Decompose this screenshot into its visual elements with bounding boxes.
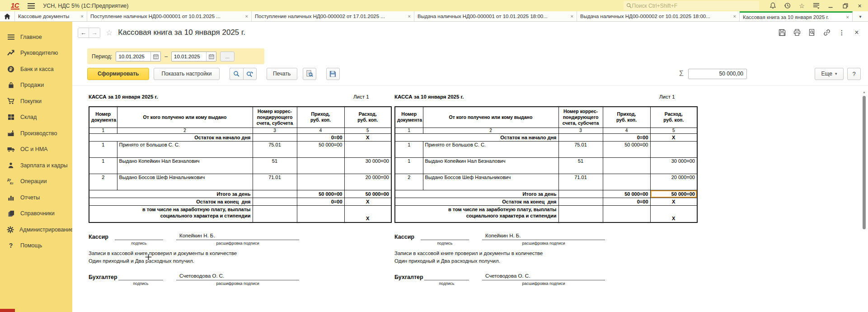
- opening-expense-cell[interactable]: X: [650, 133, 697, 141]
- empty-cell[interactable]: [558, 205, 603, 222]
- link-icon[interactable]: [823, 28, 831, 37]
- daily-total-label[interactable]: Итого за день: [395, 190, 558, 198]
- including-salary-label[interactable]: в том числе на заработную плату, выплаты…: [395, 205, 558, 222]
- doc-expense-cell[interactable]: 20 000=00: [344, 174, 391, 190]
- sidebar-item-fixed-assets[interactable]: ОС и НМА: [0, 142, 72, 158]
- main-menu-icon[interactable]: [28, 3, 35, 9]
- col-num-cell[interactable]: 2: [117, 128, 253, 133]
- scroll-up-arrow[interactable]: ▲: [862, 90, 866, 94]
- sum-total-field[interactable]: [688, 69, 747, 79]
- tab-cash-receipt-2[interactable]: Поступление наличных НД00-000002 от 17.0…: [252, 11, 414, 21]
- find-next-button[interactable]: [243, 68, 257, 80]
- doc-description-cell[interactable]: Принято от Большов С. С.: [117, 141, 253, 157]
- col-num-cell[interactable]: 5: [344, 128, 391, 133]
- tab-close-icon[interactable]: ×: [846, 14, 849, 20]
- closing-balance-label[interactable]: Остаток на конец дня: [395, 198, 558, 205]
- sidebar-item-bank-cash[interactable]: ₽ Банк и касса: [0, 61, 72, 77]
- generate-button[interactable]: Сформировать: [87, 68, 149, 80]
- doc-account-cell[interactable]: 51: [558, 157, 603, 174]
- doc-description-cell[interactable]: Выдано Боссов Шеф Начальникович: [117, 174, 253, 190]
- col-num-cell[interactable]: 1: [89, 128, 117, 133]
- closing-balance-label[interactable]: Остаток на конец дня: [89, 198, 253, 205]
- history-icon[interactable]: [784, 2, 791, 9]
- col-num-cell[interactable]: 4: [603, 128, 650, 133]
- report-scrollbar[interactable]: ▲: [862, 90, 866, 310]
- favorite-star-icon[interactable]: ☆: [106, 28, 113, 38]
- col-num-cell[interactable]: 4: [297, 128, 344, 133]
- date-to-input[interactable]: [172, 54, 206, 59]
- doc-expense-cell[interactable]: [650, 141, 697, 157]
- tab-close-icon[interactable]: ×: [245, 14, 248, 19]
- restore-icon[interactable]: [841, 2, 849, 9]
- opening-balance-label[interactable]: Остаток на начало дня: [395, 133, 558, 141]
- more-button[interactable]: Еще ▾: [815, 68, 844, 80]
- back-button[interactable]: ←: [78, 28, 89, 38]
- scrollbar-thumb[interactable]: [863, 96, 866, 229]
- tab-cash-issue-1[interactable]: Выдача наличных НД00-000001 от 10.01.202…: [414, 11, 577, 21]
- empty-cell[interactable]: [558, 198, 603, 205]
- total-rashod-cell[interactable]: 50 000=00: [344, 190, 391, 198]
- closing-income-cell[interactable]: 0=00: [603, 198, 650, 205]
- show-settings-button[interactable]: Показать настройки: [154, 68, 219, 80]
- doc-account-cell[interactable]: 71.01: [558, 174, 603, 190]
- daily-total-label[interactable]: Итого за день: [89, 190, 253, 198]
- period-options-button[interactable]: ...: [220, 52, 235, 61]
- tab-close-icon[interactable]: ×: [571, 14, 573, 19]
- opening-income-cell[interactable]: 0=00: [603, 133, 650, 141]
- opening-balance-label[interactable]: Остаток на начало дня: [89, 133, 253, 141]
- sidebar-item-help[interactable]: ? Помощь: [0, 238, 72, 254]
- doc-account-cell[interactable]: 51: [253, 157, 297, 174]
- doc-expense-cell[interactable]: 20 000=00: [650, 174, 697, 190]
- help-button[interactable]: ?: [847, 68, 861, 80]
- doc-income-cell[interactable]: 50 000=00: [297, 141, 344, 157]
- doc-income-cell[interactable]: [603, 174, 650, 190]
- sidebar-item-reports[interactable]: Отчеты: [0, 189, 72, 206]
- doc-number-cell[interactable]: 1: [89, 141, 117, 157]
- sidebar-item-sales[interactable]: Продажи: [0, 77, 72, 94]
- col-num-cell[interactable]: 3: [558, 128, 603, 133]
- tab-close-icon[interactable]: ×: [733, 14, 736, 19]
- doc-expense-cell[interactable]: [344, 141, 391, 157]
- doc-description-cell[interactable]: Выдано Боссов Шеф Начальникович: [423, 174, 558, 190]
- doc-income-cell[interactable]: [297, 174, 344, 190]
- empty-cell[interactable]: [253, 133, 297, 141]
- empty-cell[interactable]: [297, 205, 344, 222]
- doc-number-cell[interactable]: 2: [89, 174, 117, 190]
- print-button[interactable]: Печать: [267, 68, 297, 80]
- col-num-cell[interactable]: 5: [650, 128, 697, 133]
- including-expense-cell[interactable]: X: [650, 205, 697, 222]
- favorites-star-icon[interactable]: ☆: [798, 2, 806, 9]
- sidebar-item-directories[interactable]: Справочники: [0, 206, 72, 222]
- total-rashod-cell[interactable]: 50 000=00: [650, 190, 697, 198]
- save-icon[interactable]: [778, 28, 786, 37]
- find-button[interactable]: [230, 68, 243, 80]
- sidebar-item-salary-hr[interactable]: Зарплата и кадры: [0, 157, 72, 174]
- doc-account-cell[interactable]: 75.01: [558, 141, 603, 157]
- search-input[interactable]: [632, 3, 756, 9]
- empty-cell[interactable]: [253, 190, 297, 198]
- doc-income-cell[interactable]: [603, 157, 650, 174]
- service-menu-icon[interactable]: [812, 2, 820, 9]
- doc-number-cell[interactable]: 1: [395, 157, 423, 174]
- date-from-input[interactable]: [116, 54, 150, 59]
- sidebar-item-production[interactable]: Производство: [0, 125, 72, 142]
- sidebar-item-administration[interactable]: Администрирование: [0, 222, 72, 238]
- doc-account-cell[interactable]: 71.01: [253, 174, 297, 190]
- empty-cell[interactable]: [603, 205, 650, 222]
- doc-description-cell[interactable]: Принято от Большов С. С.: [423, 141, 558, 157]
- closing-expense-cell[interactable]: X: [650, 198, 697, 205]
- sidebar-item-operations[interactable]: ДтКт Операции: [0, 174, 72, 190]
- global-search[interactable]: [624, 1, 759, 10]
- doc-number-cell[interactable]: 1: [395, 141, 423, 157]
- col-num-cell[interactable]: 2: [423, 128, 558, 133]
- tab-overflow-chevron-icon[interactable]: ▾: [853, 11, 868, 21]
- minimize-icon[interactable]: [827, 2, 835, 9]
- doc-expense-cell[interactable]: 30 000=00: [650, 157, 697, 174]
- closing-expense-cell[interactable]: X: [344, 198, 391, 205]
- sidebar-item-manager[interactable]: Руководителю: [0, 45, 72, 61]
- save-result-button[interactable]: [326, 68, 340, 80]
- sidebar-item-purchases[interactable]: Покупки: [0, 93, 72, 109]
- opening-expense-cell[interactable]: X: [344, 133, 391, 141]
- calendar-icon[interactable]: [206, 52, 216, 61]
- tab-close-icon[interactable]: ×: [81, 14, 84, 19]
